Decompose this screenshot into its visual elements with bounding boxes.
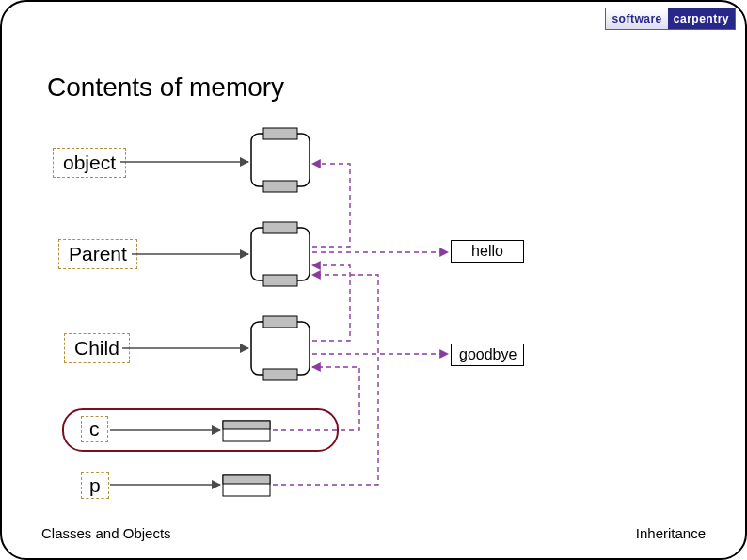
svg-rect-0 xyxy=(251,134,310,186)
label-child: Child xyxy=(64,333,130,363)
svg-rect-7 xyxy=(263,316,297,328)
svg-rect-12 xyxy=(223,475,270,484)
method-goodbye: goodbye xyxy=(451,344,524,366)
svg-rect-8 xyxy=(263,369,297,380)
label-parent: Parent xyxy=(58,239,137,269)
svg-rect-2 xyxy=(263,181,297,192)
svg-rect-1 xyxy=(263,128,297,139)
class-icon-child xyxy=(251,316,310,380)
slide-title: Contents of memory xyxy=(47,72,284,103)
link-child-to-parent xyxy=(312,265,350,341)
method-hello: hello xyxy=(451,240,524,263)
link-p-to-parent xyxy=(273,275,378,485)
software-carpentry-logo: software carpentry xyxy=(605,8,736,30)
label-p: p xyxy=(81,472,109,499)
svg-rect-4 xyxy=(263,222,297,233)
footer-right: Inheritance xyxy=(636,525,706,541)
instance-icon-p xyxy=(223,475,270,496)
svg-rect-3 xyxy=(251,228,310,280)
label-c: c xyxy=(81,416,108,442)
label-object: object xyxy=(53,148,126,178)
class-icon-parent xyxy=(251,222,310,286)
class-icon-object xyxy=(251,128,310,192)
svg-rect-11 xyxy=(223,475,270,496)
svg-rect-5 xyxy=(263,275,297,286)
svg-rect-6 xyxy=(251,322,310,375)
slide-frame: software carpentry Contents of memory ob… xyxy=(0,0,747,560)
logo-left: software xyxy=(606,8,667,29)
logo-right: carpentry xyxy=(668,8,735,29)
link-parent-to-object xyxy=(312,164,350,247)
footer-left: Classes and Objects xyxy=(41,525,171,541)
